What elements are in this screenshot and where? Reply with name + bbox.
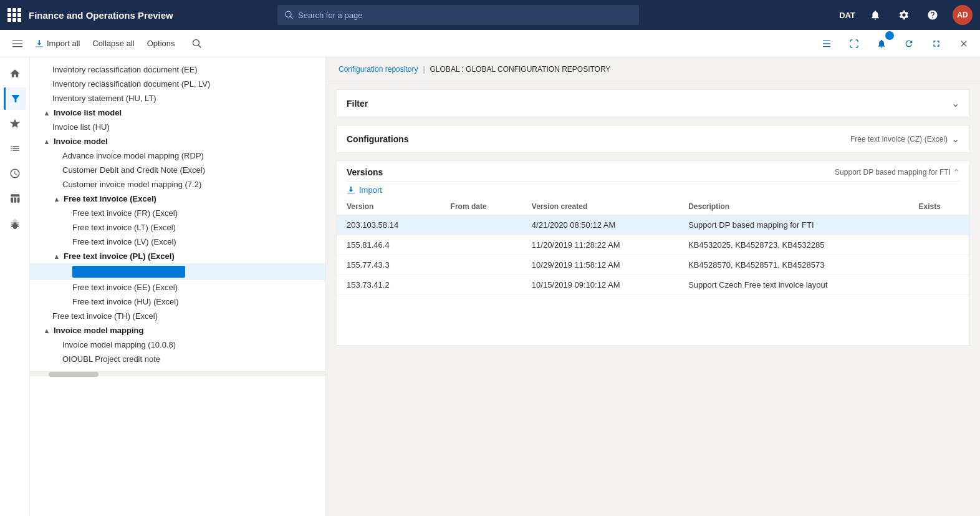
cell-description: KB4528570, KB4528571, KB4528573 <box>678 255 908 275</box>
tree-item-customer-debit[interactable]: Customer Debit and Credit Note (Excel) <box>30 163 325 177</box>
tree-item-inv-pl-lv[interactable]: Inventory reclassification document (PL,… <box>30 77 325 91</box>
settings-icon[interactable] <box>895 6 913 24</box>
col-description: Description <box>678 198 908 215</box>
table-row[interactable]: 155.77.43.3 10/29/2019 11:58:12 AM KB452… <box>337 255 969 275</box>
breadcrumb-link[interactable]: Configuration repository <box>339 65 418 74</box>
cell-exists <box>909 235 970 255</box>
table-row[interactable]: 203.103.58.14 4/21/2020 08:50:12 AM Supp… <box>337 215 969 235</box>
filter-card: Filter ⌄ <box>336 89 970 117</box>
sidebar-icon-home[interactable] <box>4 62 26 85</box>
main-content: Configuration repository | GLOBAL : GLOB… <box>326 57 980 516</box>
tree-item-oioubl[interactable]: OIOUBL Project credit note <box>30 352 325 366</box>
tree-item-free-th[interactable]: Free text invoice (TH) (Excel) <box>30 309 325 323</box>
notification-icon[interactable] <box>867 6 884 24</box>
versions-chevron-up-icon: ⌃ <box>953 168 959 177</box>
col-exists: Exists <box>909 198 970 215</box>
tree-item-free-lt[interactable]: Free text invoice (LT) (Excel) <box>30 220 325 235</box>
tree-item-free-cz[interactable]: Free text invoice (CZ) (Excel) <box>30 263 325 280</box>
col-version-created: Version created <box>522 198 678 215</box>
tree-item-free-lv[interactable]: Free text invoice (LV) (Excel) <box>30 235 325 249</box>
help-icon[interactable] <box>924 6 941 24</box>
toolbar-close-icon[interactable] <box>955 35 973 52</box>
cell-from-date <box>441 215 522 235</box>
toolbar-config-icon[interactable] <box>818 35 835 52</box>
configurations-chevron-icon: ⌄ <box>951 133 959 145</box>
toolbar-refresh-icon[interactable] <box>900 35 918 52</box>
configurations-card: Configurations Free text invoice (CZ) (E… <box>336 125 970 153</box>
toolbar-fullscreen-icon[interactable] <box>845 35 863 52</box>
svg-rect-8 <box>11 226 19 228</box>
main-layout: Inventory reclassification document (EE)… <box>0 57 980 516</box>
sidebar-icon-table[interactable] <box>4 187 26 210</box>
search-bar[interactable] <box>277 5 639 25</box>
versions-table: Version From date Version created Descri… <box>337 198 969 295</box>
configurations-header[interactable]: Configurations Free text invoice (CZ) (E… <box>337 125 969 152</box>
cell-description: Support DP based mapping for FTI <box>678 215 908 235</box>
tree-item-invoice-list-model[interactable]: ▲ Invoice list model <box>30 105 325 120</box>
cell-exists <box>909 275 970 295</box>
toolbar-notif-icon[interactable] <box>873 35 890 52</box>
tree-item-invoice-model[interactable]: ▲ Invoice model <box>30 134 325 148</box>
top-bar: Finance and Operations Preview DAT AD <box>0 0 980 30</box>
tree-item-advance-rdp[interactable]: Advance invoice model mapping (RDP) <box>30 148 325 163</box>
versions-header: Versions Support DP based mapping for FT… <box>337 161 969 181</box>
toolbar-search-btn[interactable] <box>187 36 207 51</box>
app-grid-icon[interactable] <box>7 8 21 22</box>
tree-item-inv-ee[interactable]: Inventory reclassification document (EE) <box>30 62 325 77</box>
sidebar-icon-clock[interactable] <box>4 162 26 185</box>
tree-item-invoice-list-hu[interactable]: Invoice list (HU) <box>30 120 325 134</box>
tree-item-free-hu[interactable]: Free text invoice (HU) (Excel) <box>30 295 325 309</box>
import-all-button[interactable]: Import all <box>30 36 85 51</box>
search-input[interactable] <box>298 11 632 20</box>
cell-version: 155.81.46.4 <box>337 235 441 255</box>
tree-item-free-pl[interactable]: ▲ Free text invoice (PL) (Excel) <box>30 249 325 263</box>
table-header-row: Version From date Version created Descri… <box>337 198 969 215</box>
notif-count-badge <box>885 31 894 40</box>
import-down-icon <box>347 186 355 195</box>
tree-item-free-fr[interactable]: Free text invoice (FR) (Excel) <box>30 206 325 220</box>
import-icon <box>35 39 44 48</box>
filter-chevron-icon: ⌄ <box>951 97 959 109</box>
cell-from-date <box>441 235 522 255</box>
cell-version-created: 10/29/2019 11:58:12 AM <box>522 255 678 275</box>
sidebar-icon-list[interactable] <box>4 137 26 160</box>
cell-description: KB4532025, KB4528723, KB4532285 <box>678 235 908 255</box>
tree-item-invoice-model-mapping[interactable]: ▲ Invoice model mapping <box>30 323 325 338</box>
breadcrumb: Configuration repository | GLOBAL : GLOB… <box>326 57 980 82</box>
svg-rect-2 <box>12 40 22 41</box>
cell-from-date <box>441 255 522 275</box>
toolbar-expand-icon[interactable] <box>928 35 945 52</box>
breadcrumb-separator: | <box>423 65 425 74</box>
cell-version-created: 4/21/2020 08:50:12 AM <box>522 215 678 235</box>
sidebar-icon-star[interactable] <box>4 112 26 135</box>
options-button[interactable]: Options <box>142 36 180 51</box>
table-row[interactable]: 153.73.41.2 10/15/2019 09:10:12 AM Suppo… <box>337 275 969 295</box>
top-bar-right: DAT AD <box>839 5 973 25</box>
cell-version: 155.77.43.3 <box>337 255 441 275</box>
svg-rect-3 <box>12 43 22 44</box>
svg-line-6 <box>199 45 201 47</box>
tree-item-free-text-excel[interactable]: ▲ Free text invoice (Excel) <box>30 192 325 206</box>
tree-item-invoice-mapping-1008[interactable]: Invoice model mapping (10.0.8) <box>30 338 325 352</box>
sidebar-icon-lines[interactable] <box>4 212 26 235</box>
filter-title: Filter <box>347 99 368 109</box>
hamburger-btn[interactable] <box>7 36 27 51</box>
tree-item-inv-stmt[interactable]: Inventory statement (HU, LT) <box>30 91 325 105</box>
cell-version-created: 11/20/2019 11:28:22 AM <box>522 235 678 255</box>
versions-card: Versions Support DP based mapping for FT… <box>336 160 970 346</box>
sidebar-icons <box>0 57 30 516</box>
import-button[interactable]: Import <box>337 182 969 198</box>
tree-item-free-ee[interactable]: Free text invoice (EE) (Excel) <box>30 280 325 295</box>
configurations-selected: Free text invoice (CZ) (Excel) <box>850 135 948 144</box>
sidebar-icon-filter[interactable] <box>4 87 26 110</box>
versions-selected-label: Support DP based mapping for FTI ⌃ <box>835 168 959 177</box>
col-version: Version <box>337 198 441 215</box>
cell-description: Support Czech Free text invoice layout <box>678 275 908 295</box>
collapse-all-button[interactable]: Collapse all <box>87 36 139 51</box>
tree-item-customer-invoice-mapping[interactable]: Customer invoice model mapping (7.2) <box>30 177 325 192</box>
search-icon <box>285 11 293 19</box>
env-badge: DAT <box>839 11 855 20</box>
filter-card-header[interactable]: Filter ⌄ <box>337 90 969 117</box>
table-row[interactable]: 155.81.46.4 11/20/2019 11:28:22 AM KB453… <box>337 235 969 255</box>
avatar[interactable]: AD <box>953 5 973 25</box>
